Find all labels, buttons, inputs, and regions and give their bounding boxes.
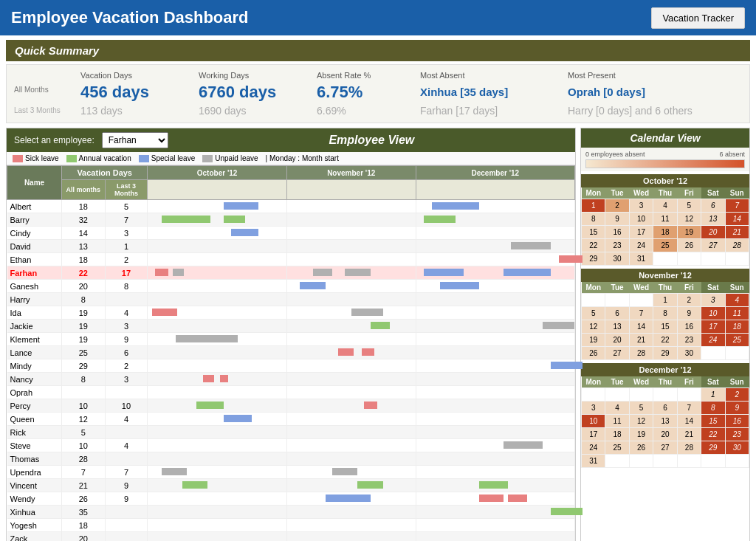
emp-name: Lance	[7, 346, 62, 359]
cal-day-cell: 4	[653, 199, 677, 213]
cal-day-cell: 22	[701, 428, 725, 441]
cal-empty-cell	[677, 252, 701, 266]
cal-day-cell: 25	[605, 441, 629, 455]
cal-day-cell: 22	[653, 334, 677, 347]
emp-nov-chart	[286, 506, 416, 519]
cal-day-cell: 16	[725, 415, 749, 428]
cal-empty-cell	[629, 388, 653, 402]
emp-nov-chart	[286, 253, 416, 266]
emp-all-months	[62, 386, 106, 399]
employee-dropdown[interactable]: Farhan	[102, 132, 168, 148]
absence-bar-labels: 0 employees absent 6 absent	[585, 151, 745, 158]
emp-last3: 5	[105, 200, 148, 213]
cal-day-cell: 13	[653, 415, 677, 428]
calendars-container: October '12MonTueWedThuFriSatSun12345678…	[581, 174, 749, 468]
emp-all-months: 18	[62, 253, 106, 266]
cal-day-cell: 27	[605, 347, 629, 360]
emp-dec-chart	[416, 293, 574, 306]
cal-dow-header: Fri	[677, 282, 701, 294]
cal-day-cell: 10	[701, 307, 725, 320]
cal-day-cell: 4	[605, 402, 629, 415]
emp-last3: 1	[105, 240, 148, 253]
cal-day-cell: 11	[725, 307, 749, 320]
emp-last3: 9	[105, 333, 148, 346]
emp-oct-chart	[148, 227, 286, 240]
emp-dec-chart	[416, 466, 574, 479]
cal-day-cell: 17	[701, 320, 725, 334]
cal-dow-header: Tue	[605, 282, 629, 294]
cal-empty-cell	[605, 388, 629, 402]
employee-view-panel: Select an employee: Farhan Employee View…	[6, 128, 576, 541]
cal-day-cell: 2	[725, 388, 749, 402]
emp-name: Queen	[7, 413, 62, 426]
legend-sick: Sick leave	[13, 154, 59, 162]
cal-day-cell: 6	[653, 402, 677, 415]
cal-day-cell: 31	[629, 252, 653, 266]
emp-all-months: 10	[62, 399, 106, 413]
cal-dow-header: Wed	[629, 376, 653, 388]
emp-nov-chart	[286, 293, 416, 306]
cal-day-cell: 25	[653, 239, 677, 252]
cal-day-cell: 30	[677, 347, 701, 360]
emp-last3: 17	[105, 266, 148, 280]
emp-last3: 3	[105, 373, 148, 386]
emp-oct-chart	[148, 399, 286, 413]
cal-dow-header: Sat	[701, 187, 725, 199]
dec-header: December '12	[416, 166, 574, 180]
last3-most-absent: Farhan [17 days]	[420, 103, 568, 118]
cal-day-cell: 14	[725, 213, 749, 226]
row-label-all-months: All Months	[14, 81, 80, 103]
emp-dec-chart	[416, 240, 574, 253]
emp-last3: 2	[105, 359, 148, 373]
emp-last3	[105, 532, 148, 542]
cal-day-cell: 27	[653, 441, 677, 455]
emp-name: Oprah	[7, 386, 62, 399]
emp-nov-chart	[286, 426, 416, 439]
cal-day-cell: 29	[653, 347, 677, 360]
cal-day-cell: 28	[677, 441, 701, 455]
last3-vacation: 113 days	[80, 103, 199, 118]
vacation-tracker-button[interactable]: Vacation Tracker	[651, 7, 745, 29]
cal-empty-cell	[629, 455, 653, 468]
cal-day-cell: 15	[582, 226, 605, 239]
calendar-month: October '12MonTueWedThuFriSatSun12345678…	[581, 174, 749, 266]
legend-unpaid: Unpaid leave	[202, 154, 258, 162]
cal-dow-header: Thu	[653, 376, 677, 388]
emp-oct-chart	[148, 466, 286, 479]
emp-nov-chart	[286, 200, 416, 213]
emp-dec-chart	[416, 253, 574, 266]
cal-day-cell: 19	[629, 428, 653, 441]
cal-day-cell: 28	[725, 239, 749, 252]
last3-most-present: Harry [0 days] and 6 others	[568, 103, 730, 118]
cal-day-cell: 18	[653, 226, 677, 239]
oct-header: October '12	[148, 166, 286, 180]
oct-chart-header	[148, 180, 286, 200]
cal-day-cell: 28	[629, 347, 653, 360]
emp-last3	[105, 293, 148, 306]
cal-day-cell: 2	[677, 294, 701, 307]
cal-day-cell: 12	[582, 320, 605, 334]
emp-dec-chart	[416, 200, 574, 213]
emp-nov-chart	[286, 280, 416, 293]
emp-name: Ethan	[7, 253, 62, 266]
cal-day-cell: 17	[629, 226, 653, 239]
all-months-subheader: All months	[62, 180, 106, 200]
cal-day-cell: 13	[605, 320, 629, 334]
cal-day-cell: 11	[653, 213, 677, 226]
cal-day-cell: 15	[701, 415, 725, 428]
cal-day-cell: 15	[653, 320, 677, 334]
emp-all-months: 10	[62, 439, 106, 452]
cal-day-cell: 24	[701, 334, 725, 347]
emp-dec-chart	[416, 227, 574, 240]
emp-oct-chart	[148, 266, 286, 280]
cal-day-cell: 2	[605, 199, 629, 213]
emp-all-months: 25	[62, 346, 106, 359]
emp-nov-chart	[286, 333, 416, 346]
employee-view-header: Select an employee: Farhan Employee View	[7, 128, 575, 152]
emp-all-months: 26	[62, 492, 106, 506]
emp-all-months: 35	[62, 506, 106, 519]
cal-empty-cell	[582, 388, 605, 402]
emp-name: Wendy	[7, 492, 62, 506]
nov-header: November '12	[286, 166, 416, 180]
cal-dow-header: Tue	[605, 187, 629, 199]
